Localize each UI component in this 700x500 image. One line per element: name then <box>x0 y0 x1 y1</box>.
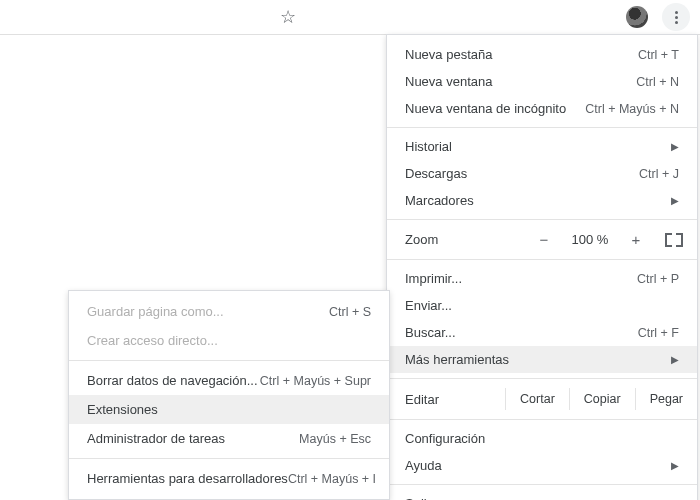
vertical-dots-icon <box>675 11 678 24</box>
menu-separator <box>387 378 697 379</box>
menu-separator <box>69 360 389 361</box>
menu-label: Historial <box>405 139 452 154</box>
menu-label: Enviar... <box>405 298 452 313</box>
chevron-right-icon: ▶ <box>663 141 679 152</box>
menu-label: Editar <box>405 392 469 407</box>
menu-separator <box>387 259 697 260</box>
menu-label: Marcadores <box>405 193 474 208</box>
main-menu-button[interactable] <box>662 3 690 31</box>
menu-zoom-row: Zoom − 100 % + <box>387 225 697 254</box>
menu-label: Nueva pestaña <box>405 47 492 62</box>
menu-label: Buscar... <box>405 325 456 340</box>
menu-shortcut: Ctrl + J <box>639 167 679 181</box>
edit-cut-button[interactable]: Cortar <box>505 388 569 410</box>
menu-more-tools[interactable]: Más herramientas ▶ <box>387 346 697 373</box>
chevron-right-icon: ▶ <box>663 195 679 206</box>
menu-edit-row: Editar Cortar Copiar Pegar <box>387 384 697 414</box>
menu-incognito[interactable]: Nueva ventana de incógnito Ctrl + Mayús … <box>387 95 697 122</box>
menu-separator <box>387 127 697 128</box>
bookmark-star-icon[interactable]: ☆ <box>280 7 296 27</box>
menu-separator <box>387 219 697 220</box>
submenu-extensions[interactable]: Extensiones <box>69 395 389 424</box>
menu-label: Crear acceso directo... <box>87 333 218 348</box>
menu-label: Nueva ventana de incógnito <box>405 101 566 116</box>
menu-downloads[interactable]: Descargas Ctrl + J <box>387 160 697 187</box>
chevron-right-icon: ▶ <box>663 354 679 365</box>
menu-separator <box>387 484 697 485</box>
menu-label: Extensiones <box>87 402 158 417</box>
main-menu: Nueva pestaña Ctrl + T Nueva ventana Ctr… <box>386 34 698 500</box>
menu-label: Más herramientas <box>405 352 509 367</box>
menu-label: Herramientas para desarrolladores <box>87 471 288 486</box>
submenu-task-manager[interactable]: Administrador de tareas Mayús + Esc <box>69 424 389 453</box>
edit-copy-button[interactable]: Copiar <box>569 388 635 410</box>
menu-shortcut: Ctrl + P <box>637 272 679 286</box>
menu-label: Zoom <box>405 232 485 247</box>
menu-shortcut: Mayús + Esc <box>299 432 371 446</box>
edit-paste-button[interactable]: Pegar <box>635 388 697 410</box>
menu-cast[interactable]: Enviar... <box>387 292 697 319</box>
zoom-value: 100 % <box>567 232 613 247</box>
menu-label: Borrar datos de navegación... <box>87 373 258 388</box>
menu-help[interactable]: Ayuda ▶ <box>387 452 697 479</box>
menu-settings[interactable]: Configuración <box>387 425 697 452</box>
submenu-save-page[interactable]: Guardar página como... Ctrl + S <box>69 297 389 326</box>
profile-avatar[interactable] <box>626 6 648 28</box>
menu-label: Administrador de tareas <box>87 431 225 446</box>
menu-label: Nueva ventana <box>405 74 492 89</box>
menu-label: Guardar página como... <box>87 304 224 319</box>
menu-label: Descargas <box>405 166 467 181</box>
menu-shortcut: Ctrl + Mayús + N <box>585 102 679 116</box>
zoom-out-button[interactable]: − <box>535 231 553 248</box>
submenu-clear-browsing-data[interactable]: Borrar datos de navegación... Ctrl + May… <box>69 366 389 395</box>
zoom-in-button[interactable]: + <box>627 231 645 248</box>
browser-toolbar: ☆ <box>0 0 700 35</box>
menu-history[interactable]: Historial ▶ <box>387 133 697 160</box>
menu-find[interactable]: Buscar... Ctrl + F <box>387 319 697 346</box>
menu-shortcut: Ctrl + N <box>636 75 679 89</box>
menu-shortcut: Ctrl + Mayús + I <box>288 472 376 486</box>
menu-shortcut: Ctrl + F <box>638 326 679 340</box>
menu-print[interactable]: Imprimir... Ctrl + P <box>387 265 697 292</box>
menu-label: Imprimir... <box>405 271 462 286</box>
fullscreen-button[interactable] <box>665 233 683 247</box>
menu-shortcut: Ctrl + S <box>329 305 371 319</box>
more-tools-submenu: Guardar página como... Ctrl + S Crear ac… <box>68 290 390 500</box>
menu-label: Salir <box>405 496 431 500</box>
submenu-developer-tools[interactable]: Herramientas para desarrolladores Ctrl +… <box>69 464 389 493</box>
chevron-right-icon: ▶ <box>663 460 679 471</box>
submenu-create-shortcut[interactable]: Crear acceso directo... <box>69 326 389 355</box>
menu-separator <box>69 458 389 459</box>
menu-shortcut: Ctrl + Mayús + Supr <box>260 374 371 388</box>
menu-label: Ayuda <box>405 458 442 473</box>
menu-new-window[interactable]: Nueva ventana Ctrl + N <box>387 68 697 95</box>
menu-bookmarks[interactable]: Marcadores ▶ <box>387 187 697 214</box>
menu-new-tab[interactable]: Nueva pestaña Ctrl + T <box>387 41 697 68</box>
menu-separator <box>387 419 697 420</box>
menu-exit[interactable]: Salir <box>387 490 697 500</box>
menu-shortcut: Ctrl + T <box>638 48 679 62</box>
menu-label: Configuración <box>405 431 485 446</box>
